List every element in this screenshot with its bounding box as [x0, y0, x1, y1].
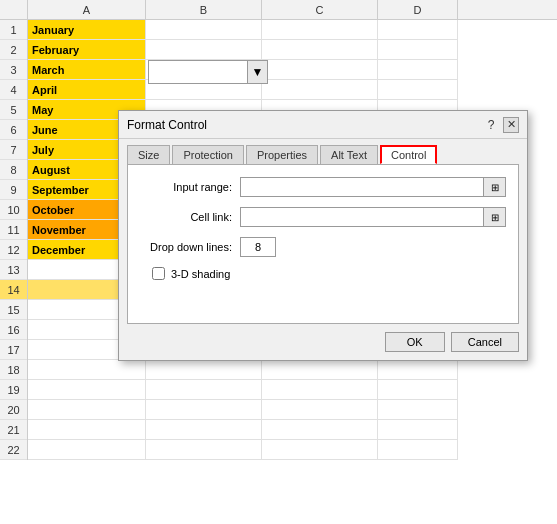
cell-c1[interactable] [262, 20, 378, 40]
row-num-16[interactable]: 16 [0, 320, 27, 340]
row-num-11[interactable]: 11 [0, 220, 27, 240]
cell-b19[interactable] [146, 380, 262, 400]
dialog-help-button[interactable]: ? [483, 117, 499, 133]
shading-checkbox[interactable] [152, 267, 165, 280]
table-row[interactable]: February [28, 40, 557, 60]
cell-link-range-icon: ⊞ [491, 212, 499, 223]
table-row[interactable] [28, 400, 557, 420]
dropdown-display [149, 61, 247, 83]
cell-a2[interactable]: February [28, 40, 146, 60]
row-num-18[interactable]: 18 [0, 360, 27, 380]
cell-a4[interactable]: April [28, 80, 146, 100]
row-num-19[interactable]: 19 [0, 380, 27, 400]
range-select-icon: ⊞ [491, 182, 499, 193]
cell-a19[interactable] [28, 380, 146, 400]
cell-c3[interactable] [262, 60, 378, 80]
column-headers: A B C D [0, 0, 557, 20]
dialog-close-button[interactable]: ✕ [503, 117, 519, 133]
ok-button[interactable]: OK [385, 332, 445, 352]
row-num-6[interactable]: 6 [0, 120, 27, 140]
cell-c20[interactable] [262, 400, 378, 420]
cell-a20[interactable] [28, 400, 146, 420]
row-num-9[interactable]: 9 [0, 180, 27, 200]
row-num-17[interactable]: 17 [0, 340, 27, 360]
row-num-20[interactable]: 20 [0, 400, 27, 420]
col-header-b[interactable]: B [146, 0, 262, 19]
table-row[interactable] [28, 420, 557, 440]
row-num-12[interactable]: 12 [0, 240, 27, 260]
row-num-3[interactable]: 3 [0, 60, 27, 80]
cell-d3[interactable] [378, 60, 458, 80]
dropdown-lines-field[interactable] [240, 237, 276, 257]
cancel-button[interactable]: Cancel [451, 332, 519, 352]
row-num-22[interactable]: 22 [0, 440, 27, 460]
cell-d18[interactable] [378, 360, 458, 380]
tab-protection[interactable]: Protection [172, 145, 244, 164]
dropdown-form-control[interactable]: ▼ [148, 60, 268, 84]
dropdown-arrow-button[interactable]: ▼ [247, 61, 267, 83]
cell-c19[interactable] [262, 380, 378, 400]
row-num-8[interactable]: 8 [0, 160, 27, 180]
cell-b22[interactable] [146, 440, 262, 460]
cell-c2[interactable] [262, 40, 378, 60]
row-num-1[interactable]: 1 [0, 20, 27, 40]
input-range-field-group: ⊞ [240, 177, 506, 197]
cell-link-field[interactable] [240, 207, 484, 227]
tab-alt-text[interactable]: Alt Text [320, 145, 378, 164]
cell-a3[interactable]: March [28, 60, 146, 80]
cell-c22[interactable] [262, 440, 378, 460]
input-range-select-button[interactable]: ⊞ [484, 177, 506, 197]
dialog-controls: ? ✕ [483, 117, 519, 133]
col-header-d[interactable]: D [378, 0, 458, 19]
table-row[interactable]: March [28, 60, 557, 80]
cell-link-select-button[interactable]: ⊞ [484, 207, 506, 227]
cell-c18[interactable] [262, 360, 378, 380]
cell-b21[interactable] [146, 420, 262, 440]
row-num-13[interactable]: 13 [0, 260, 27, 280]
row-headers: 1 2 3 4 5 6 7 8 9 10 11 12 13 14 15 16 1… [0, 20, 28, 460]
cell-d19[interactable] [378, 380, 458, 400]
cell-a21[interactable] [28, 420, 146, 440]
cell-d2[interactable] [378, 40, 458, 60]
col-header-c[interactable]: C [262, 0, 378, 19]
dialog-content: Input range: ⊞ Cell link: ⊞ Drop down li… [127, 164, 519, 324]
cell-d21[interactable] [378, 420, 458, 440]
dialog-title: Format Control [127, 118, 207, 132]
dialog-footer: OK Cancel [119, 324, 527, 360]
row-num-14[interactable]: 14 [0, 280, 27, 300]
tab-properties[interactable]: Properties [246, 145, 318, 164]
row-num-10[interactable]: 10 [0, 200, 27, 220]
cell-d1[interactable] [378, 20, 458, 40]
cell-d22[interactable] [378, 440, 458, 460]
shading-row: 3-D shading [140, 267, 506, 280]
cell-b18[interactable] [146, 360, 262, 380]
row-num-4[interactable]: 4 [0, 80, 27, 100]
cell-c21[interactable] [262, 420, 378, 440]
row-num-7[interactable]: 7 [0, 140, 27, 160]
cell-a1[interactable]: January [28, 20, 146, 40]
row-num-2[interactable]: 2 [0, 40, 27, 60]
col-header-a[interactable]: A [28, 0, 146, 19]
tab-control[interactable]: Control [380, 145, 437, 164]
table-row[interactable]: April [28, 80, 557, 100]
table-row[interactable] [28, 380, 557, 400]
table-row[interactable] [28, 440, 557, 460]
input-range-row: Input range: ⊞ [140, 177, 506, 197]
dialog-tabs: Size Protection Properties Alt Text Cont… [119, 139, 527, 164]
cell-d4[interactable] [378, 80, 458, 100]
cell-link-label: Cell link: [140, 211, 240, 223]
cell-d20[interactable] [378, 400, 458, 420]
cell-a18[interactable] [28, 360, 146, 380]
table-row[interactable] [28, 360, 557, 380]
input-range-field[interactable] [240, 177, 484, 197]
cell-b20[interactable] [146, 400, 262, 420]
cell-b2[interactable] [146, 40, 262, 60]
row-num-21[interactable]: 21 [0, 420, 27, 440]
row-num-15[interactable]: 15 [0, 300, 27, 320]
cell-c4[interactable] [262, 80, 378, 100]
table-row[interactable]: January [28, 20, 557, 40]
cell-a22[interactable] [28, 440, 146, 460]
cell-b1[interactable] [146, 20, 262, 40]
tab-size[interactable]: Size [127, 145, 170, 164]
row-num-5[interactable]: 5 [0, 100, 27, 120]
